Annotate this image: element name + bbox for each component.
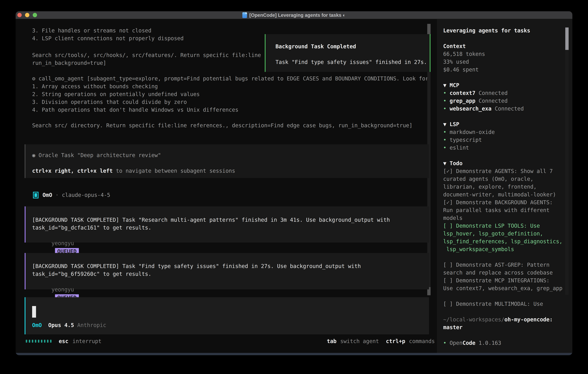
background-task-message: [BACKGROUND TASK COMPLETED] Task "Find t… (25, 253, 429, 289)
task-message-text: [BACKGROUND TASK COMPLETED] Task "Resear… (32, 216, 429, 232)
esc-key-label: interrupt (73, 338, 101, 344)
terminal-text-block-b: Search src/tools/, src/hooks/, src/featu… (32, 51, 261, 67)
sidebar-scrollbar-thumb[interactable] (565, 28, 569, 50)
main-scrollbar-thumb-top[interactable] (427, 24, 430, 35)
window-title-group: [OpenCode] Leveraging agents for tasks ◐ (16, 11, 572, 19)
ctrlp-key-hint: ctrl+p (386, 338, 405, 344)
app-window: [OpenCode] Leveraging agents for tasks ◐… (16, 11, 572, 355)
sidebar-scrollbar-track[interactable] (565, 28, 569, 295)
task-message-meta: yeongyu QUEUED (32, 232, 429, 239)
terminal-text-block-c: ⚙ call_omo_agent [subagent_type=explore,… (32, 75, 429, 129)
tab-key-hint: tab (327, 338, 336, 344)
task-message-meta: yeongyu QUEUED (32, 278, 429, 286)
title-bar: [OpenCode] Leveraging agents for tasks ◐ (16, 11, 572, 19)
document-icon (242, 12, 247, 18)
esc-key-hint: esc (59, 338, 68, 344)
background-task-notification: Background Task CompletedTask "Find type… (265, 34, 430, 72)
username: yeongyu (52, 287, 74, 293)
agent-icon (33, 192, 39, 198)
background-task-message: [BACKGROUND TASK COMPLETED] Task "Resear… (25, 206, 429, 242)
oracle-task-box: ◉ Oracle Task "Deep architecture review"… (25, 144, 429, 178)
terminal-text-block-a: 3. File handles or streams not closed4. … (32, 27, 184, 42)
input-model-info: OmO Opus 4.5 Anthropic (32, 321, 106, 329)
sidebar-content: Leveraging agents for tasksContext66,518… (443, 27, 569, 347)
agent-row-text: OmO · claude-opus-4-5 (42, 191, 110, 199)
text-cursor (32, 306, 36, 318)
username: yeongyu (52, 240, 74, 246)
window-title: [OpenCode] Leveraging agents for tasks ◐ (249, 12, 346, 18)
status-left: esc interrupt (26, 337, 101, 345)
window-bottom-edge (16, 353, 572, 355)
task-message-text: [BACKGROUND TASK COMPLETED] Task "Find t… (32, 262, 429, 278)
agent-row: OmO · claude-opus-4-5 (32, 191, 110, 199)
tab-key-label: switch agent (340, 338, 379, 344)
prompt-input[interactable]: OmO Opus 4.5 Anthropic (25, 297, 429, 334)
status-right: tab switch agent ctrl+p commands (327, 337, 435, 345)
spinner-dots-icon (26, 340, 52, 343)
ctrlp-key-label: commands (409, 338, 435, 344)
